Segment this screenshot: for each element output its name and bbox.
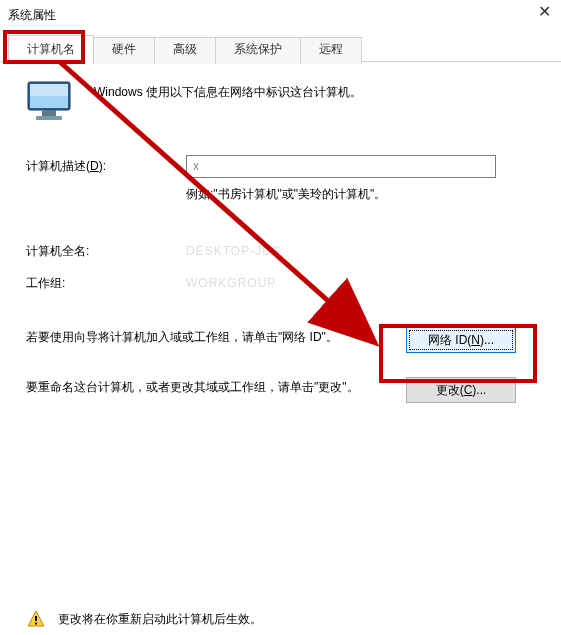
tab-hardware[interactable]: 硬件 xyxy=(93,37,155,64)
tab-remote[interactable]: 远程 xyxy=(300,37,362,64)
tab-content: Windows 使用以下信息在网络中标识这台计算机。 计算机描述(D): 例如:… xyxy=(0,62,561,403)
footer-text: 更改将在你重新启动此计算机后生效。 xyxy=(58,611,262,628)
intro-text: Windows 使用以下信息在网络中标识这台计算机。 xyxy=(94,80,362,101)
workgroup-value: WORKGROUP xyxy=(186,276,276,290)
titlebar: 系统属性 ✕ xyxy=(0,0,561,30)
description-hint: 例如:"书房计算机"或"美玲的计算机"。 xyxy=(186,186,535,203)
svg-rect-3 xyxy=(42,110,56,116)
tab-system-protection[interactable]: 系统保护 xyxy=(215,37,301,64)
svg-rect-4 xyxy=(36,116,62,120)
fullname-label: 计算机全名: xyxy=(26,243,186,260)
footer: 更改将在你重新启动此计算机后生效。 xyxy=(26,609,535,629)
svg-rect-5 xyxy=(35,616,37,621)
svg-rect-2 xyxy=(30,84,68,96)
tab-computer-name[interactable]: 计算机名 xyxy=(8,35,94,62)
tab-bar: 计算机名 硬件 高级 系统保护 远程 xyxy=(0,34,561,62)
computer-icon xyxy=(26,80,76,122)
change-text: 要重命名这台计算机，或者更改其域或工作组，请单击"更改"。 xyxy=(26,377,406,397)
warning-icon xyxy=(26,609,46,629)
fullname-value: DESKTOP-JDS xyxy=(186,244,281,258)
change-button[interactable]: 更改(C)... xyxy=(406,377,516,403)
description-input[interactable] xyxy=(186,155,496,178)
window-title: 系统属性 xyxy=(8,7,56,24)
network-id-text: 若要使用向导将计算机加入域或工作组，请单击"网络 ID"。 xyxy=(26,327,406,347)
network-id-button[interactable]: 网络 ID(N)... xyxy=(406,327,516,353)
description-label: 计算机描述(D): xyxy=(26,158,186,175)
close-icon[interactable]: ✕ xyxy=(538,4,551,20)
workgroup-label: 工作组: xyxy=(26,275,186,292)
tab-advanced[interactable]: 高级 xyxy=(154,37,216,64)
svg-rect-6 xyxy=(35,623,37,625)
